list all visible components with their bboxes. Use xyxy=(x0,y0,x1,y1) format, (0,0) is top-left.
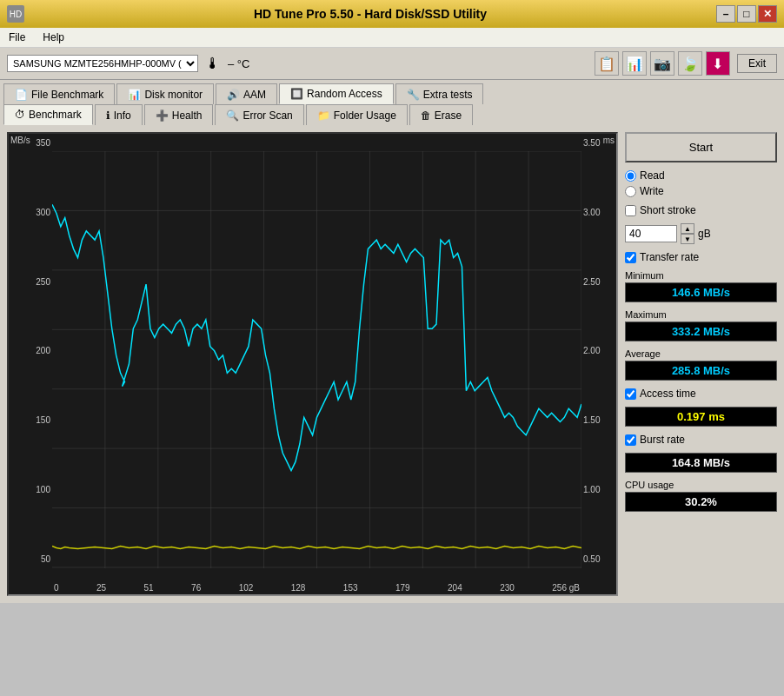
random-access-icon: 🔲 xyxy=(290,88,303,100)
info-label: Info xyxy=(114,109,131,122)
left-axis-100: 100 xyxy=(10,485,50,494)
burst-rate-checkbox[interactable] xyxy=(625,434,636,446)
tab-aam[interactable]: 🔊 AAM xyxy=(216,83,277,104)
short-stroke-checkbox[interactable] xyxy=(625,205,636,216)
access-time-checkbox[interactable] xyxy=(625,388,636,400)
file-benchmark-label: File Benchmark xyxy=(31,89,103,101)
health-label: Health xyxy=(172,109,203,122)
access-time-text: Access time xyxy=(640,388,696,400)
left-axis-250: 250 xyxy=(10,277,50,287)
right-axis-0.50: 0.50 xyxy=(583,554,615,564)
toolbar: SAMSUNG MZMTE256HMHP-000MV (25 🌡 – °C 📋 … xyxy=(0,48,784,80)
tab-folder-usage[interactable]: 📁 Folder Usage xyxy=(306,104,408,125)
tab-file-benchmark[interactable]: 📄 File Benchmark xyxy=(3,83,115,104)
tab-extra-tests[interactable]: 🔧 Extra tests xyxy=(395,83,484,104)
right-axis-3.00: 3.00 xyxy=(583,208,615,217)
tabs-row2: ⏱ Benchmark ℹ Info ➕ Health 🔍 Error Scan… xyxy=(0,104,784,125)
benchmark-label: Benchmark xyxy=(29,109,82,121)
bottom-153: 153 xyxy=(343,583,358,593)
cpu-usage-value: 30.2% xyxy=(625,492,777,512)
close-button[interactable]: ✕ xyxy=(758,5,777,23)
tabs-row1: 📄 File Benchmark 📊 Disk monitor 🔊 AAM 🔲 … xyxy=(0,80,784,104)
maximum-value: 333.2 MB/s xyxy=(625,321,777,341)
exit-button[interactable]: Exit xyxy=(737,54,777,73)
toolbar-icons: 📋 📊 📷 🍃 ⬇ xyxy=(595,51,730,76)
left-axis-150: 150 xyxy=(10,415,50,425)
toolbar-icon-4[interactable]: 🍃 xyxy=(678,51,702,76)
spinner-down[interactable]: ▼ xyxy=(681,234,694,244)
read-radio-label[interactable]: Read xyxy=(625,169,777,182)
bottom-25: 25 xyxy=(96,583,106,593)
chart-canvas: MB/s ms 350 300 250 200 150 100 50 3.50 … xyxy=(9,134,616,594)
main-content: MB/s ms 350 300 250 200 150 100 50 3.50 … xyxy=(0,125,784,603)
average-block: Average 285.8 MB/s xyxy=(625,348,777,381)
toolbar-icon-3[interactable]: 📷 xyxy=(650,51,674,76)
window-controls: – □ ✕ xyxy=(716,5,777,23)
menu-help[interactable]: Help xyxy=(37,30,70,45)
erase-label: Erase xyxy=(435,109,462,122)
toolbar-icon-1[interactable]: 📋 xyxy=(595,51,619,76)
short-stroke-text: Short stroke xyxy=(640,204,696,216)
error-scan-label: Error Scan xyxy=(243,109,292,122)
write-label: Write xyxy=(640,185,664,197)
aam-icon: 🔊 xyxy=(227,89,240,101)
minimum-value: 146.6 MB/s xyxy=(625,282,777,302)
bottom-51: 51 xyxy=(144,583,154,593)
tab-disk-monitor[interactable]: 📊 Disk monitor xyxy=(116,83,214,104)
drive-selector[interactable]: SAMSUNG MZMTE256HMHP-000MV (25 xyxy=(7,55,198,72)
access-time-label[interactable]: Access time xyxy=(625,388,777,400)
extra-tests-label: Extra tests xyxy=(423,89,473,101)
cpu-usage-block: CPU usage 30.2% xyxy=(625,480,777,512)
right-axis-1.00: 1.00 xyxy=(583,485,615,494)
tab-erase[interactable]: 🗑 Erase xyxy=(409,104,473,125)
tab-benchmark[interactable]: ⏱ Benchmark xyxy=(3,104,93,125)
right-axis-1.50: 1.50 xyxy=(583,415,615,425)
spinner-unit: gB xyxy=(698,228,711,240)
average-value: 285.8 MB/s xyxy=(625,361,777,381)
tab-random-access[interactable]: 🔲 Random Access xyxy=(279,83,394,104)
app-icon: HD xyxy=(7,5,24,23)
read-label: Read xyxy=(640,169,665,182)
start-button[interactable]: Start xyxy=(625,132,777,162)
tab-health[interactable]: ➕ Health xyxy=(144,104,214,125)
burst-rate-label[interactable]: Burst rate xyxy=(625,434,777,446)
tab-info[interactable]: ℹ Info xyxy=(95,104,143,125)
drive-dropdown[interactable]: SAMSUNG MZMTE256HMHP-000MV (25 xyxy=(7,55,198,72)
burst-rate-block: 164.8 MB/s xyxy=(625,453,777,473)
chart-inner xyxy=(52,151,581,568)
benchmark-icon: ⏱ xyxy=(15,109,25,121)
bottom-230: 230 xyxy=(500,583,515,593)
left-axis-300: 300 xyxy=(10,208,50,217)
minimum-block: Minimum 146.6 MB/s xyxy=(625,270,777,302)
toolbar-icon-5[interactable]: ⬇ xyxy=(706,51,730,76)
bottom-179: 179 xyxy=(395,583,410,593)
short-stroke-label[interactable]: Short stroke xyxy=(625,204,777,216)
menu-file[interactable]: File xyxy=(3,30,30,45)
chart-left-axis: 350 300 250 200 150 100 50 xyxy=(9,134,52,568)
transfer-rate-checkbox[interactable] xyxy=(625,252,636,263)
write-radio[interactable] xyxy=(625,186,636,197)
tab-error-scan[interactable]: 🔍 Error Scan xyxy=(215,104,303,125)
toolbar-icon-2[interactable]: 📊 xyxy=(622,51,647,76)
left-axis-50: 50 xyxy=(10,554,50,564)
read-radio[interactable] xyxy=(625,170,636,182)
bottom-128: 128 xyxy=(291,583,306,593)
health-icon: ➕ xyxy=(156,109,169,122)
title-bar: HD HD Tune Pro 5.50 - Hard Disk/SSD Util… xyxy=(0,0,784,28)
bottom-102: 102 xyxy=(239,583,254,593)
transfer-rate-label[interactable]: Transfer rate xyxy=(625,251,777,263)
info-icon: ℹ xyxy=(106,109,110,122)
random-access-label: Random Access xyxy=(307,88,382,100)
burst-rate-text: Burst rate xyxy=(640,434,685,446)
minimize-button[interactable]: – xyxy=(716,5,735,23)
spinner-input[interactable] xyxy=(625,225,677,242)
write-radio-label[interactable]: Write xyxy=(625,185,777,197)
burst-rate-value: 164.8 MB/s xyxy=(625,453,777,473)
folder-usage-icon: 📁 xyxy=(317,109,330,122)
right-panel: Start Read Write Short stroke ▲ ▼ gB xyxy=(625,132,777,596)
left-axis-350: 350 xyxy=(10,138,50,148)
error-scan-icon: 🔍 xyxy=(226,109,239,122)
right-axis-2.50: 2.50 xyxy=(583,277,615,287)
maximize-button[interactable]: □ xyxy=(737,5,756,23)
spinner-up[interactable]: ▲ xyxy=(681,223,694,234)
